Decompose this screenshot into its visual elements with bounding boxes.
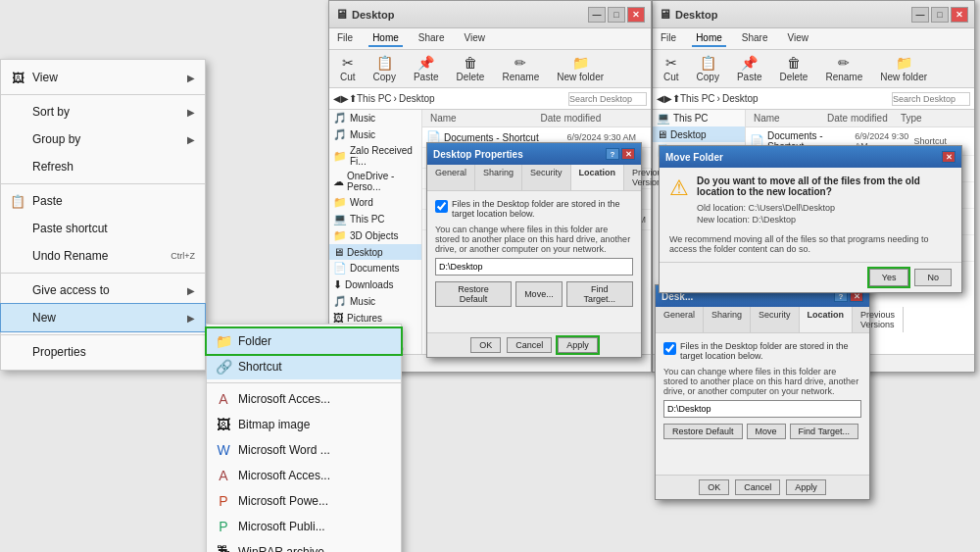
toolbar2-new-folder-btn[interactable]: 📁 New folder xyxy=(873,52,934,85)
move-btn[interactable]: Move... xyxy=(515,281,563,307)
tab-general[interactable]: General xyxy=(427,165,475,190)
sidebar-item-word[interactable]: 📁 Word xyxy=(329,194,421,211)
context-menu-item-undo[interactable]: Undo Rename Ctrl+Z xyxy=(1,242,205,270)
yes-button[interactable]: Yes xyxy=(869,269,909,286)
minimize-button-2[interactable]: — xyxy=(911,7,929,23)
ribbon2-tab-file[interactable]: File xyxy=(657,30,680,47)
address-back-btn[interactable]: ◀ xyxy=(333,93,341,104)
minimize-button[interactable]: — xyxy=(588,7,606,23)
apply-btn[interactable]: Apply xyxy=(558,337,598,353)
ok-btn[interactable]: OK xyxy=(470,337,501,353)
toolbar-copy-btn[interactable]: 📋 Copy xyxy=(367,52,403,85)
sidebar-item-onedrive[interactable]: ☁ OneDrive - Perso... xyxy=(329,169,421,194)
context-menu-item-view[interactable]: 🖼 View ▶ xyxy=(1,64,205,91)
explorer-address-2[interactable]: ◀ ▶ ⬆ This PC › Desktop xyxy=(653,88,974,110)
submenu-item-ms-access2[interactable]: A Microsoft Acces... xyxy=(207,463,401,488)
ribbon-tab-home[interactable]: Home xyxy=(368,30,403,47)
sidebar-item-thispc[interactable]: 💻 This PC xyxy=(329,211,421,227)
restore-default-btn-2[interactable]: Restore Default xyxy=(663,424,743,439)
tab-location[interactable]: Location xyxy=(571,165,625,190)
context-menu-item-properties[interactable]: Properties xyxy=(1,338,205,366)
tab2-previous[interactable]: Previous Versions xyxy=(853,307,904,332)
tab-security[interactable]: Security xyxy=(522,165,571,190)
location-input[interactable] xyxy=(435,258,633,276)
breadcrumb-thispc[interactable]: This PC xyxy=(357,93,392,104)
toolbar2-cut-btn[interactable]: ✂ Cut xyxy=(657,52,686,85)
context-menu-item-group[interactable]: Group by ▶ xyxy=(1,125,205,153)
no-button[interactable]: No xyxy=(914,269,952,286)
context-menu-item-new[interactable]: New ▶ xyxy=(1,304,205,331)
context-menu-item-paste-shortcut[interactable]: Paste shortcut xyxy=(1,215,205,242)
location-checkbox-2[interactable] xyxy=(663,342,676,355)
ok-btn-2[interactable]: OK xyxy=(699,479,729,495)
context-menu-item-refresh[interactable]: Refresh xyxy=(1,153,205,180)
tab2-sharing[interactable]: Sharing xyxy=(704,307,751,332)
tab2-location[interactable]: Location xyxy=(800,307,854,332)
restore-default-btn[interactable]: Restore Default xyxy=(435,281,512,307)
toolbar-new-folder-btn[interactable]: 📁 New folder xyxy=(550,52,611,85)
toolbar-paste-btn[interactable]: 📌 Paste xyxy=(407,52,446,85)
submenu-item-shortcut[interactable]: 🔗 Shortcut xyxy=(207,354,401,379)
apply-btn-2[interactable]: Apply xyxy=(786,479,826,495)
breadcrumb-desktop[interactable]: Desktop xyxy=(399,93,435,104)
maximize-button[interactable]: □ xyxy=(608,7,625,23)
tab-sharing[interactable]: Sharing xyxy=(475,165,522,190)
context-menu-item-sort[interactable]: Sort by ▶ xyxy=(1,98,205,125)
sidebar-item-desktop[interactable]: 🖥 Desktop xyxy=(329,244,421,260)
properties-help-btn[interactable]: ? xyxy=(606,148,619,160)
ribbon2-tab-share[interactable]: Share xyxy=(738,30,772,47)
submenu-item-ms-access[interactable]: A Microsoft Acces... xyxy=(207,386,401,412)
ribbon-tab-view[interactable]: View xyxy=(461,30,490,47)
search-input[interactable] xyxy=(568,92,647,106)
move-btn-2[interactable]: Move xyxy=(747,424,786,439)
ribbon2-tab-view[interactable]: View xyxy=(784,30,813,47)
toolbar2-rename-btn[interactable]: ✏ Rename xyxy=(818,52,869,85)
tab2-general[interactable]: General xyxy=(656,307,704,332)
ribbon-tab-file[interactable]: File xyxy=(333,30,357,47)
tab2-security[interactable]: Security xyxy=(751,307,800,332)
toolbar-cut-btn[interactable]: ✂ Cut xyxy=(333,52,363,85)
submenu-item-ms-pub[interactable]: P Microsoft Publi... xyxy=(207,514,401,539)
toolbar2-paste-btn[interactable]: 📌 Paste xyxy=(730,52,769,85)
address-forward-btn-2[interactable]: ▶ xyxy=(664,93,672,104)
close-button[interactable]: ✕ xyxy=(627,7,645,23)
cancel-btn[interactable]: Cancel xyxy=(507,337,552,353)
sidebar2-item-thispc[interactable]: 💻 This PC xyxy=(653,110,745,126)
find-target-btn-2[interactable]: Find Target... xyxy=(790,424,858,439)
sidebar-item-documents[interactable]: 📄 Documents xyxy=(329,260,421,276)
move-close-btn[interactable]: ✕ xyxy=(942,151,956,163)
toolbar2-delete-btn[interactable]: 🗑 Delete xyxy=(773,52,815,85)
explorer-address[interactable]: ◀ ▶ ⬆ This PC › Desktop xyxy=(329,88,651,110)
sidebar-item-music1[interactable]: 🎵 Music xyxy=(329,110,421,126)
sidebar-item-zalo[interactable]: 📁 Zalo Received Fi... xyxy=(329,143,421,169)
toolbar2-copy-btn[interactable]: 📋 Copy xyxy=(690,52,726,85)
address-up-btn[interactable]: ⬆ xyxy=(349,93,357,104)
ribbon-tab-share[interactable]: Share xyxy=(415,30,449,47)
toolbar-rename-btn[interactable]: ✏ Rename xyxy=(495,52,546,85)
context-menu-item-paste[interactable]: 📋 Paste xyxy=(1,187,205,215)
sidebar-item-music3[interactable]: 🎵 Music xyxy=(329,293,421,310)
toolbar-delete-btn[interactable]: 🗑 Delete xyxy=(450,52,492,85)
properties-close-btn[interactable]: ✕ xyxy=(621,148,635,160)
submenu-item-ms-ppt[interactable]: P Microsoft Powe... xyxy=(207,488,401,514)
address-back-btn-2[interactable]: ◀ xyxy=(657,93,664,104)
address-forward-btn[interactable]: ▶ xyxy=(341,93,349,104)
location-input-2[interactable] xyxy=(663,400,861,418)
sidebar-item-3dobjects[interactable]: 📁 3D Objects xyxy=(329,227,421,244)
sidebar-item-downloads[interactable]: ⬇ Downloads xyxy=(329,276,421,293)
maximize-button-2[interactable]: □ xyxy=(931,7,949,23)
location-checkbox[interactable] xyxy=(435,200,448,213)
sidebar2-item-desktop[interactable]: 🖥 Desktop xyxy=(653,126,745,142)
sidebar-item-music2[interactable]: 🎵 Music xyxy=(329,126,421,143)
cancel-btn-2[interactable]: Cancel xyxy=(735,479,780,495)
ribbon2-tab-home[interactable]: Home xyxy=(692,30,726,47)
search-input-2[interactable] xyxy=(892,92,970,106)
find-target-btn[interactable]: Find Target... xyxy=(566,281,633,307)
submenu-item-ms-word[interactable]: W Microsoft Word ... xyxy=(207,437,401,463)
submenu-item-bitmap[interactable]: 🖼 Bitmap image xyxy=(207,412,401,437)
breadcrumb2-thispc[interactable]: This PC xyxy=(680,93,715,104)
context-menu-item-give-access[interactable]: Give access to ▶ xyxy=(1,276,205,304)
submenu-item-winrar[interactable]: 🗜 WinRAR archive xyxy=(207,539,401,552)
submenu-item-folder[interactable]: 📁 Folder xyxy=(207,328,401,354)
close-button-2[interactable]: ✕ xyxy=(951,7,968,23)
